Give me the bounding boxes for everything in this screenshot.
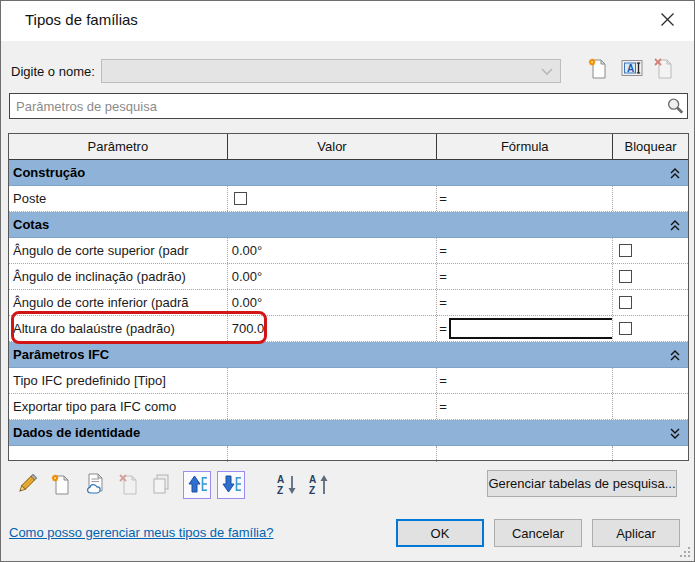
pencil-icon (14, 471, 40, 500)
param-name: Ângulo de corte superior (padr (9, 238, 228, 263)
lock-cell (613, 446, 688, 462)
row-angulo-corte-superior[interactable]: Ângulo de corte superior (padr 0.00° = (9, 238, 688, 264)
search-icon (663, 95, 687, 117)
lock-checkbox[interactable] (619, 322, 632, 335)
new-parameter-icon (49, 472, 73, 499)
lock-cell (613, 186, 688, 211)
collapse-up-icon[interactable] (670, 167, 680, 182)
param-value[interactable]: 0.00° (228, 264, 438, 289)
param-value[interactable] (228, 394, 438, 419)
page-cloud-icon (83, 472, 107, 499)
section-label: Dados de identidade (9, 425, 140, 440)
chevron-down-icon (541, 64, 553, 79)
formula-cell[interactable]: = (437, 368, 613, 393)
sort-descending-button[interactable]: A Z (305, 471, 333, 499)
collapse-down-icon[interactable] (670, 427, 680, 442)
row-altura-balaustre[interactable]: Altura do balaústre (padrão) 700.0 = (9, 316, 688, 342)
section-parametros-ifc[interactable]: Parâmetros IFC (9, 342, 688, 368)
param-value (228, 446, 438, 462)
row-angulo-corte-inferior[interactable]: Ângulo de corte inferior (padrã 0.00° = (9, 290, 688, 316)
rename-type-button[interactable]: A (618, 55, 646, 83)
section-cotas[interactable]: Cotas (9, 212, 688, 238)
delete-parameter-button[interactable] (115, 471, 143, 499)
delete-type-button[interactable] (650, 55, 678, 83)
lock-checkbox[interactable] (619, 270, 632, 283)
manage-lookup-tables-button[interactable]: Gerenciar tabelas de pesquisa... (487, 470, 677, 497)
close-button[interactable] (646, 5, 688, 37)
move-up-icon (185, 472, 209, 499)
formula-input-focused[interactable] (449, 318, 613, 339)
lock-cell (613, 368, 688, 393)
param-name: Exportar tipo para IFC como (9, 394, 228, 419)
rename-type-icon: A (620, 56, 644, 83)
move-parameter-down-button[interactable] (217, 471, 245, 499)
formula-cell[interactable]: = (437, 264, 613, 289)
type-name-combobox[interactable] (101, 59, 561, 83)
param-name: Ângulo de inclinação (padrão) (9, 264, 228, 289)
edit-parameter-button[interactable] (13, 471, 41, 499)
param-name (9, 446, 228, 462)
lock-checkbox[interactable] (619, 296, 632, 309)
ok-button[interactable]: OK (396, 519, 484, 547)
move-parameter-up-button[interactable] (183, 471, 211, 499)
svg-text:A: A (277, 474, 284, 485)
lock-cell (613, 394, 688, 419)
svg-text:A: A (627, 62, 634, 73)
header-bloquear[interactable]: Bloquear (613, 134, 688, 160)
help-link[interactable]: Como posso gerenciar meus tipos de famíl… (9, 525, 273, 540)
section-label: Parâmetros IFC (9, 347, 109, 362)
param-value[interactable] (228, 368, 438, 393)
formula-cell[interactable]: = (437, 394, 613, 419)
param-name: Altura do balaústre (padrão) (9, 316, 228, 341)
svg-text:Z: Z (277, 485, 283, 496)
section-dados-identidade[interactable]: Dados de identidade (9, 420, 688, 446)
close-icon (660, 12, 675, 30)
copy-icon (149, 472, 173, 499)
formula-cell[interactable]: = (437, 238, 613, 263)
dialog-title: Tipos de famílias (25, 11, 138, 28)
new-parameter-button[interactable] (47, 471, 75, 499)
search-input[interactable] (10, 94, 663, 118)
move-down-icon (219, 472, 243, 499)
new-type-icon (586, 56, 610, 83)
svg-text:A: A (309, 474, 316, 485)
new-type-button[interactable] (584, 55, 612, 83)
param-name: Ângulo de corte inferior (padrã (9, 290, 228, 315)
header-parametro[interactable]: Parâmetro (9, 134, 228, 160)
row-poste[interactable]: Poste = (9, 186, 688, 212)
collapse-up-icon[interactable] (670, 219, 680, 234)
lock-checkbox[interactable] (619, 244, 632, 257)
row-angulo-inclinacao[interactable]: Ângulo de inclinação (padrão) 0.00° = (9, 264, 688, 290)
sort-za-up-icon: A Z (307, 472, 331, 499)
sort-ascending-button[interactable]: A Z (273, 471, 301, 499)
row-empty[interactable] (9, 446, 688, 462)
cancel-button[interactable]: Cancelar (494, 519, 582, 547)
collapse-up-icon[interactable] (670, 349, 680, 364)
param-name: Poste (9, 186, 228, 211)
section-label: Construção (9, 165, 85, 180)
type-name-label: Digite o nome: (11, 64, 95, 79)
row-exportar-tipo-ifc[interactable]: Exportar tipo para IFC como = (9, 394, 688, 420)
svg-text:Z: Z (309, 485, 315, 496)
formula-cell (437, 446, 613, 462)
section-construcao[interactable]: Construção (9, 160, 688, 186)
param-value[interactable]: 700.0 (228, 316, 438, 341)
title-bar: Tipos de famílias (1, 1, 694, 41)
header-valor[interactable]: Valor (228, 134, 438, 160)
resize-grip-icon[interactable] (679, 546, 691, 558)
apply-button[interactable]: Aplicar (592, 519, 680, 547)
poste-checkbox[interactable] (234, 192, 247, 205)
header-formula[interactable]: Fórmula (437, 134, 613, 160)
formula-cell[interactable]: = (437, 290, 613, 315)
parameter-search (9, 93, 688, 119)
parameters-table: Parâmetro Valor Fórmula Bloquear Constru… (8, 133, 689, 461)
row-tipo-ifc-predefinido[interactable]: Tipo IFC predefinido [Tipo] = (9, 368, 688, 394)
param-value[interactable]: 0.00° (228, 238, 438, 263)
delete-type-icon (652, 56, 676, 83)
family-types-dialog: Tipos de famílias Digite o nome: (0, 0, 695, 562)
param-value[interactable]: 0.00° (228, 290, 438, 315)
formula-cell[interactable]: = (437, 186, 613, 211)
duplicate-parameter-button[interactable] (147, 471, 175, 499)
shared-parameter-button[interactable] (81, 471, 109, 499)
param-name: Tipo IFC predefinido [Tipo] (9, 368, 228, 393)
